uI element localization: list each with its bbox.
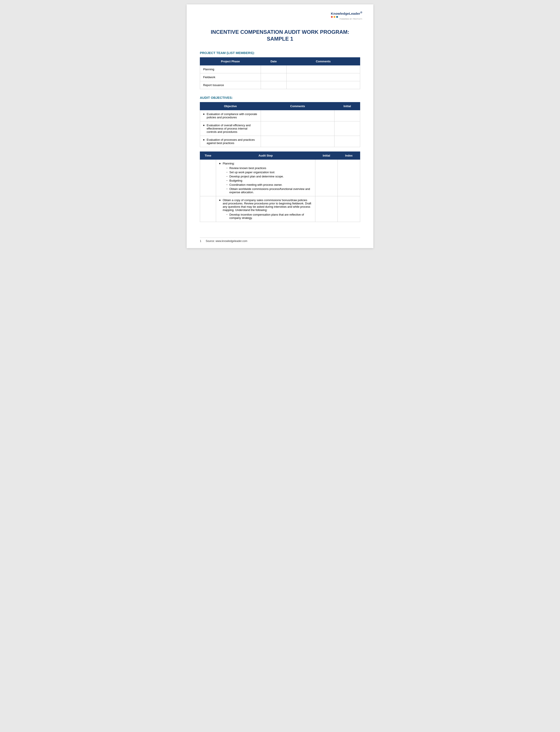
date-planning [261, 65, 287, 73]
audit-steps-table: Time Audit Step Initial Index Planning: [200, 152, 360, 222]
list-item: – Review known best practices [226, 166, 312, 170]
obj-3-list: Evaluation of processes and practices ag… [203, 138, 258, 145]
step-2-main: Obtain a copy of company sales commissio… [223, 199, 312, 220]
bullet-icon [203, 139, 204, 141]
sub-item-text: Budgeting [229, 179, 242, 182]
step-1-bullet-list: Planning: – Review known best practices … [219, 162, 312, 194]
bullet-icon [203, 125, 204, 126]
obj-2-comments [261, 121, 334, 136]
header-audit-step: Audit Step [216, 152, 315, 160]
audit-steps-header-row: Time Audit Step Initial Index [200, 152, 360, 160]
list-item: Planning: – Review known best practices … [219, 162, 312, 194]
step-2-sub-list: – Develop incentive compensation plans t… [226, 213, 312, 220]
sub-item-text: Develop project plan and determine scope… [229, 175, 284, 178]
footer-source: Source: www.knowledgeleader.com [206, 240, 247, 243]
step-1-sub-list: – Review known best practices – Set up w… [226, 166, 312, 194]
comments-fieldwork [286, 73, 360, 81]
obj-1-comments [261, 110, 334, 121]
obj-1-initial [334, 110, 360, 121]
project-team-section-title: PROJECT TEAM (LIST MEMBERS): [200, 51, 360, 55]
dash-icon: – [226, 171, 228, 174]
header-index: Index [338, 152, 360, 160]
header-obj-comments: Comments [261, 102, 334, 110]
comments-report [286, 81, 360, 89]
obj-2-text: Evaluation of overall efficiency and eff… [207, 124, 258, 134]
objectives-header-row: Objective Comments Initial [200, 102, 360, 110]
dash-icon: – [226, 179, 228, 182]
step-2-bullet-list: Obtain a copy of company sales commissio… [219, 199, 312, 220]
header-step-initial: Initial [315, 152, 338, 160]
phase-planning: Planning [200, 65, 261, 73]
obj-2-initial [334, 121, 360, 136]
dash-icon: – [226, 213, 228, 216]
step-2-time [200, 196, 216, 222]
obj-3-comments [261, 136, 334, 147]
obj-3-initial [334, 136, 360, 147]
obj-2: Evaluation of overall efficiency and eff… [200, 121, 261, 136]
dash-icon: – [226, 166, 228, 170]
table-row: Planning: – Review known best practices … [200, 160, 360, 196]
phase-fieldwork: Fieldwork [200, 73, 261, 81]
date-fieldwork [261, 73, 287, 81]
step-1-index [338, 160, 360, 196]
bullet-icon [203, 114, 204, 115]
table-row: Evaluation of overall efficiency and eff… [200, 121, 360, 136]
page: KnowledgeLeader® POWERED BY PROTIVITI IN… [187, 4, 373, 248]
obj-3: Evaluation of processes and practices ag… [200, 136, 261, 147]
step-2-content: Obtain a copy of company sales commissio… [216, 196, 315, 222]
dot-orange [334, 16, 335, 18]
table-row: Obtain a copy of company sales commissio… [200, 196, 360, 222]
step-1-time [200, 160, 216, 196]
obj-1-text: Evaluation of compliance with corporate … [207, 112, 258, 119]
logo-text: KnowledgeLeader® [331, 11, 362, 15]
logo-name: KnowledgeLeader [331, 12, 360, 15]
audit-objectives-section-title: AUDIT OBJECTIVES: [200, 96, 360, 100]
obj-3-text: Evaluation of processes and practices ag… [207, 138, 258, 145]
list-item: Evaluation of overall efficiency and eff… [203, 124, 258, 134]
sub-item-text: Coordination meeting with process owner. [229, 183, 282, 186]
header-date: Date [261, 58, 287, 65]
list-item: – Set up work paper organization tool. [226, 171, 312, 174]
comments-planning [286, 65, 360, 73]
list-item: Evaluation of compliance with corporate … [203, 112, 258, 119]
header-comments: Comments [286, 58, 360, 65]
dash-icon: – [226, 175, 228, 178]
list-item: – Budgeting [226, 179, 312, 182]
obj-1-list: Evaluation of compliance with corporate … [203, 112, 258, 119]
project-team-table: Project Phase Date Comments Planning Fie… [200, 57, 360, 89]
date-report [261, 81, 287, 89]
logo-superscript: ® [360, 11, 362, 14]
list-item: – Coordination meeting with process owne… [226, 183, 312, 186]
list-item: Evaluation of processes and practices ag… [203, 138, 258, 145]
step-1-initial [315, 160, 338, 196]
logo-area: KnowledgeLeader® POWERED BY PROTIVITI [331, 11, 362, 20]
table-row: Evaluation of compliance with corporate … [200, 110, 360, 121]
table-row: Planning [200, 65, 360, 73]
obj-2-list: Evaluation of overall efficiency and eff… [203, 124, 258, 134]
header-project-phase: Project Phase [200, 58, 261, 65]
table-row: Evaluation of processes and practices ag… [200, 136, 360, 147]
step-2-initial [315, 196, 338, 222]
table-row: Report Issuance [200, 81, 360, 89]
objectives-table: Objective Comments Initial Evaluation of… [200, 102, 360, 147]
phase-report: Report Issuance [200, 81, 261, 89]
footer: 1 Source: www.knowledgeleader.com [200, 238, 360, 243]
dot-blue [336, 16, 338, 18]
sub-item-text: Develop incentive compensation plans tha… [229, 213, 312, 220]
project-table-header-row: Project Phase Date Comments [200, 58, 360, 65]
step-1-main: Planning: – Review known best practices … [223, 162, 312, 194]
sub-item-text: Obtain worldwide commissions process/fun… [229, 187, 312, 194]
logo-dots [331, 16, 362, 18]
main-title: INCENTIVE COMPENSATION AUDIT WORK PROGRA… [200, 29, 360, 42]
step-2-index [338, 196, 360, 222]
header-objective: Objective [200, 102, 261, 110]
list-item: – Obtain worldwide commissions process/f… [226, 187, 312, 194]
logo-powered: POWERED BY PROTIVITI [331, 18, 362, 20]
step-1-main-text: Planning: [223, 162, 235, 165]
list-item: – Develop project plan and determine sco… [226, 175, 312, 178]
bullet-icon [219, 200, 220, 201]
dash-icon: – [226, 183, 228, 186]
dot-red [331, 16, 333, 18]
header-time: Time [200, 152, 216, 160]
sub-item-text: Review known best practices [229, 166, 266, 170]
